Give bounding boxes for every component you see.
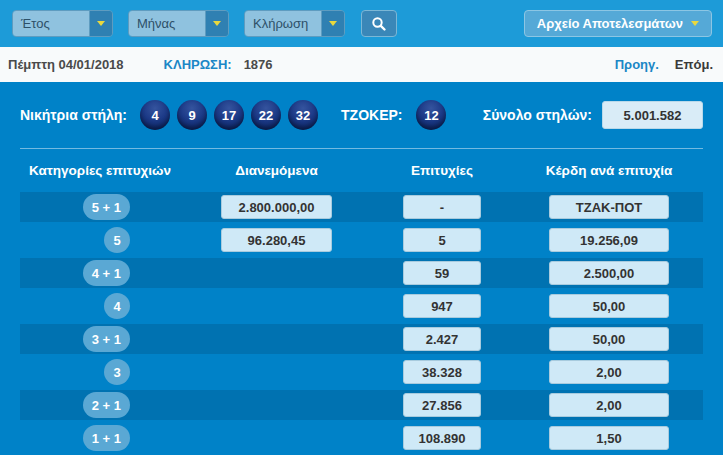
- year-dropdown-arrow-button[interactable]: [89, 11, 112, 36]
- category-badge: 5 + 1: [83, 194, 130, 220]
- month-dropdown-value[interactable]: Μήνας: [129, 11, 205, 36]
- year-dropdown-value[interactable]: Έτος: [13, 11, 89, 36]
- month-dropdown[interactable]: Μήνας: [128, 10, 229, 37]
- prize-value: 50,00: [549, 327, 669, 351]
- number-ball: 22: [251, 100, 281, 130]
- table-row: 4 + 1 59 2.500,00: [20, 258, 703, 288]
- search-button[interactable]: [361, 10, 397, 37]
- number-ball: 4: [140, 100, 170, 130]
- hits-value: -: [403, 195, 481, 219]
- chevron-down-icon: [97, 21, 105, 26]
- chevron-down-icon: [691, 21, 699, 26]
- chevron-down-icon: [329, 21, 337, 26]
- prize-value: ΤΖΑΚ-ΠΟΤ: [549, 195, 669, 219]
- winning-numbers: 4 9 17 22 32: [140, 100, 318, 130]
- search-icon: [371, 16, 387, 32]
- prize-value: 2,00: [549, 360, 669, 384]
- hits-value: 38.328: [403, 360, 481, 384]
- joker-results-window: Έτος Μήνας Κλήρωση Αρχείο Αποτελεσμάτων: [0, 0, 723, 455]
- hits-value: 5: [403, 228, 481, 252]
- draw-info-bar: Πέμπτη 04/01/2018 ΚΛΗΡΩΣΗ: 1876 Προηγ. Ε…: [0, 47, 723, 82]
- table-row: 3 + 1 2.427 50,00: [20, 324, 703, 354]
- number-ball: 17: [214, 100, 244, 130]
- hits-value: 27.856: [403, 393, 481, 417]
- category-badge: 2 + 1: [83, 392, 130, 418]
- category-badge: 4: [104, 293, 130, 319]
- category-badge: 1 + 1: [83, 425, 130, 451]
- header-hits: Επιτυχίες: [403, 149, 481, 192]
- distributed-value: 96.280,45: [221, 228, 332, 252]
- table-row: 1 + 1 108.890 1,50: [20, 423, 703, 453]
- total-columns: Σύνολο στηλών: 5.001.582: [483, 101, 703, 129]
- draw-dropdown-value[interactable]: Κλήρωση: [245, 11, 321, 36]
- table-header: Κατηγορίες επιτυχιών Διανεμόμενα Επιτυχί…: [0, 149, 723, 192]
- category-badge: 3 + 1: [83, 326, 130, 352]
- draw-label: ΚΛΗΡΩΣΗ:: [164, 57, 232, 72]
- hits-value: 108.890: [403, 426, 481, 450]
- category-badge: 4 + 1: [83, 260, 130, 286]
- filter-toolbar: Έτος Μήνας Κλήρωση Αρχείο Αποτελεσμάτων: [0, 0, 723, 47]
- category-badge: 3: [104, 359, 130, 385]
- number-ball: 9: [177, 100, 207, 130]
- prize-value: 2,00: [549, 393, 669, 417]
- hits-value: 2.427: [403, 327, 481, 351]
- next-draw-link[interactable]: Επόμ.: [675, 57, 713, 72]
- hits-value: 947: [403, 294, 481, 318]
- year-dropdown[interactable]: Έτος: [12, 10, 113, 37]
- distributed-value: 2.800.000,00: [221, 195, 332, 219]
- table-row: 4 947 50,00: [20, 291, 703, 321]
- draw-dropdown[interactable]: Κλήρωση: [244, 10, 345, 37]
- table-row: 2 + 1 27.856 2,00: [20, 390, 703, 420]
- number-ball: 32: [288, 100, 318, 130]
- prize-value: 1,50: [549, 426, 669, 450]
- joker-ball: 12: [416, 100, 446, 130]
- archive-results-label: Αρχείο Αποτελεσμάτων: [537, 16, 683, 31]
- total-columns-label: Σύνολο στηλών:: [483, 107, 592, 123]
- prize-value: 2.500,00: [549, 261, 669, 285]
- winning-numbers-section: Νικήτρια στήλη: 4 9 17 22 32 ΤΖΟΚΕΡ: 12 …: [0, 82, 723, 148]
- prize-value: 50,00: [549, 294, 669, 318]
- chevron-down-icon: [213, 21, 221, 26]
- header-categories: Κατηγορίες επιτυχιών: [20, 149, 180, 192]
- total-columns-value: 5.001.582: [602, 101, 703, 129]
- archive-results-button[interactable]: Αρχείο Αποτελεσμάτων: [524, 10, 712, 37]
- winning-column-label: Νικήτρια στήλη:: [20, 107, 127, 123]
- table-row: 5 + 1 2.800.000,00 - ΤΖΑΚ-ΠΟΤ: [20, 192, 703, 222]
- header-distributed: Διανεμόμενα: [221, 149, 332, 192]
- previous-draw-link[interactable]: Προηγ.: [615, 57, 659, 72]
- table-row: 5 96.280,45 5 19.256,09: [20, 225, 703, 255]
- prize-value: 19.256,09: [549, 228, 669, 252]
- joker-label: ΤΖΟΚΕΡ:: [341, 107, 402, 123]
- draw-dropdown-arrow-button[interactable]: [321, 11, 344, 36]
- draw-date: Πέμπτη 04/01/2018: [8, 57, 124, 72]
- header-prize: Κέρδη ανά επιτυχία: [549, 149, 669, 192]
- draw-number: 1876: [244, 57, 273, 72]
- hits-value: 59: [403, 261, 481, 285]
- month-dropdown-arrow-button[interactable]: [205, 11, 228, 36]
- results-panel: Νικήτρια στήλη: 4 9 17 22 32 ΤΖΟΚΕΡ: 12 …: [0, 82, 723, 455]
- table-row: 3 38.328 2,00: [20, 357, 703, 387]
- category-badge: 5: [104, 227, 130, 253]
- draw-navigation: Προηγ. Επόμ.: [615, 57, 713, 72]
